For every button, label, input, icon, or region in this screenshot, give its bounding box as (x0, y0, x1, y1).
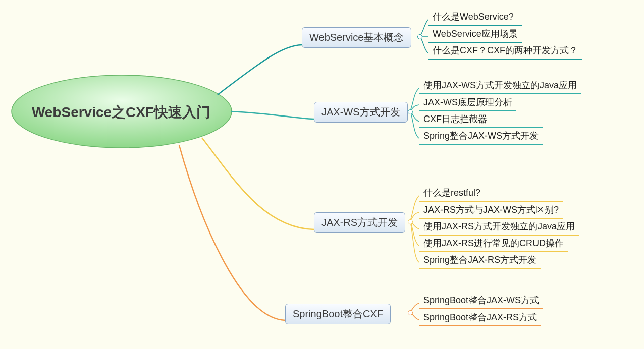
root-node: WebService之CXF快速入门 (30, 103, 212, 122)
branch-webservice-basics[interactable]: WebService基本概念 (302, 27, 411, 48)
leaf-item[interactable]: 什么是CXF？CXF的两种开发方式？ (428, 42, 582, 60)
leaf-item[interactable]: 什么是restful? (419, 185, 485, 202)
leaf-item[interactable]: JAX-WS底层原理分析 (419, 94, 516, 111)
leaf-item[interactable]: CXF日志拦截器 (419, 110, 491, 128)
leaf-item[interactable]: 使用JAX-WS方式开发独立的Java应用 (419, 77, 581, 94)
leaf-item[interactable]: WebService应用场景 (428, 25, 522, 43)
branch-jaxws[interactable]: JAX-WS方式开发 (314, 102, 408, 123)
leaf-item[interactable]: 使用JAX-RS方式开发独立的Java应用 (419, 218, 579, 236)
leaf-item[interactable]: Spring整合JAX-RS方式开发 (419, 251, 541, 269)
branch-springboot-cxf[interactable]: SpringBoot整合CXF (285, 304, 391, 324)
leaf-item[interactable]: SpringBoot整合JAX-RS方式 (419, 309, 541, 326)
leaf-item[interactable]: 什么是WebService? (428, 9, 518, 26)
connector-dot (408, 109, 413, 114)
leaf-item[interactable]: Spring整合JAX-WS方式开发 (419, 127, 543, 145)
branch-jaxrs[interactable]: JAX-RS方式开发 (314, 212, 405, 233)
connector-dot (408, 219, 413, 224)
connector-dot (408, 310, 413, 315)
leaf-item[interactable]: 使用JAX-RS进行常见的CRUD操作 (419, 235, 568, 252)
leaf-item[interactable]: JAX-RS方式与JAX-WS方式区别? (419, 201, 563, 219)
connector-dot (417, 34, 422, 39)
leaf-item[interactable]: SpringBoot整合JAX-WS方式 (419, 292, 543, 309)
